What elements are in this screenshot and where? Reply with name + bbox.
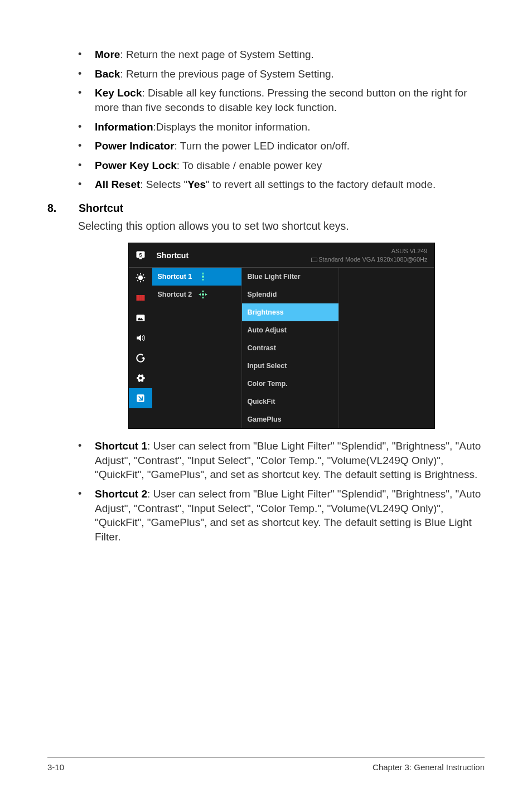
svg-marker-13 [199, 293, 201, 296]
svg-point-8 [139, 377, 142, 380]
main-content: More: Return the next page of System Set… [47, 47, 485, 192]
splendid-option[interactable]: Splendid [242, 286, 338, 303]
label: Back [95, 68, 120, 80]
shortcut2-item[interactable]: Shortcut 2 [152, 286, 241, 303]
page-footer: 3-10 Chapter 3: General Instruction [47, 757, 485, 772]
item-powerind: Power Indicator: Turn the power LED indi… [95, 139, 485, 153]
inputselect-option[interactable]: Input Select [242, 357, 338, 375]
chapter-label: Chapter 3: General Instruction [373, 762, 485, 772]
svg-marker-11 [202, 279, 204, 281]
osd-model: ASUS VL249 Standard Mode VGA 1920x1080@6… [311, 247, 427, 263]
item-keylock: Key Lock: Disable all key functions. Pre… [95, 86, 485, 114]
label: More [95, 49, 120, 60]
colortemp-option[interactable]: Color Temp. [242, 375, 338, 393]
contrast-option[interactable]: Contrast [242, 339, 338, 357]
top-bullet-list: More: Return the next page of System Set… [78, 47, 485, 192]
section-title: Shortcut [79, 202, 123, 215]
section-number: 8. [47, 202, 64, 215]
svg-rect-6 [142, 295, 144, 301]
quickfit-option[interactable]: QuickFit [242, 393, 338, 410]
desc: : User can select from "Blue Light Filte… [95, 440, 481, 480]
label: Information [95, 121, 153, 133]
mode-text: Standard Mode VGA 1920x1080@60Hz [318, 256, 427, 263]
color-icon[interactable] [129, 288, 152, 308]
label: Shortcut 2 [158, 291, 192, 298]
item-allreset: All Reset: Selects "Yes" to revert all s… [95, 177, 485, 192]
nav-arrows-icon [199, 290, 207, 299]
section-heading: 8. Shortcut [47, 202, 485, 215]
nav-arrows-icon [199, 272, 207, 281]
section-body: Selecting this option allows you to set … [47, 220, 485, 544]
svg-rect-5 [139, 295, 142, 301]
image-icon[interactable] [129, 308, 152, 328]
shortcut1-item[interactable]: Shortcut 1 [152, 268, 241, 286]
svg-text:S: S [138, 252, 142, 257]
label: Shortcut 1 [158, 273, 192, 281]
gameplus-option[interactable]: GamePlus [242, 410, 338, 428]
svg-marker-15 [202, 290, 204, 292]
osd-title: Shortcut [157, 251, 189, 260]
shortcut-icon[interactable] [129, 388, 152, 408]
label: Power Key Lock [95, 160, 177, 171]
desc: : Turn the power LED indicator on/off. [175, 140, 350, 152]
suffix: " to revert all settings to the factory … [206, 178, 436, 190]
svg-marker-16 [202, 297, 204, 299]
eye-care-icon[interactable] [129, 268, 152, 288]
osd-icon-column: S [129, 243, 152, 428]
item-more: More: Return the next page of System Set… [95, 47, 485, 62]
desc: : Return the previous page of System Set… [120, 68, 333, 80]
brand-model: ASUS VL249 [311, 247, 427, 255]
svg-point-3 [138, 276, 142, 280]
svg-marker-10 [202, 272, 204, 274]
label: Power Indicator [95, 140, 175, 152]
desc: : To disable / enable power key [177, 160, 322, 171]
osd-column-3 [339, 268, 434, 428]
svg-point-12 [202, 276, 204, 278]
label: All Reset [95, 178, 140, 190]
desc: : Disable all key functions. Pressing th… [95, 87, 467, 113]
yes: Yes [187, 178, 206, 190]
section-subtitle: Selecting this option allows you to set … [78, 220, 485, 233]
autoadjust-option[interactable]: Auto Adjust [242, 321, 338, 339]
input-icon[interactable] [129, 348, 152, 368]
settings-icon[interactable] [129, 368, 152, 388]
item-shortcut1: Shortcut 1: User can select from "Blue L… [95, 439, 485, 482]
svg-rect-2 [139, 258, 142, 259]
bottom-bullet-list: Shortcut 1: User can select from "Blue L… [78, 439, 485, 544]
item-back: Back: Return the previous page of System… [95, 67, 485, 81]
osd-column-1: Shortcut 1 Shortcut 2 [152, 268, 241, 428]
svg-marker-14 [205, 293, 207, 296]
page-number: 3-10 [47, 762, 64, 772]
desc: : Return the next page of System Setting… [120, 49, 313, 60]
label: Shortcut 2 [95, 488, 147, 500]
svg-point-17 [202, 293, 204, 296]
sound-icon[interactable] [129, 328, 152, 348]
desc: : User can select from "Blue Light Filte… [95, 488, 481, 543]
item-info: Information:Displays the monitor informa… [95, 120, 485, 134]
osd-panel: S Short [128, 243, 435, 429]
bluelight-option[interactable]: Blue Light Filter [242, 268, 338, 286]
item-shortcut2: Shortcut 2: User can select from "Blue L… [95, 487, 485, 544]
label: Key Lock [95, 87, 142, 99]
monitor-icon [311, 258, 317, 262]
osd-body: Shortcut 1 Shortcut 2 Blue Light Filter [152, 268, 434, 428]
osd-header: Shortcut ASUS VL249 Standard Mode VGA 19… [152, 243, 434, 268]
desc: :Displays the monitor information. [153, 121, 311, 133]
osd-main: Shortcut ASUS VL249 Standard Mode VGA 19… [152, 243, 434, 428]
item-powerkey: Power Key Lock: To disable / enable powe… [95, 158, 485, 173]
prefix: : Selects " [140, 178, 187, 190]
svg-rect-4 [136, 295, 139, 301]
label: Shortcut 1 [95, 440, 147, 452]
splendid-s-icon[interactable]: S [129, 243, 152, 268]
osd-column-2: Blue Light Filter Splendid Brightness Au… [241, 268, 339, 428]
brightness-option[interactable]: Brightness [242, 303, 338, 321]
